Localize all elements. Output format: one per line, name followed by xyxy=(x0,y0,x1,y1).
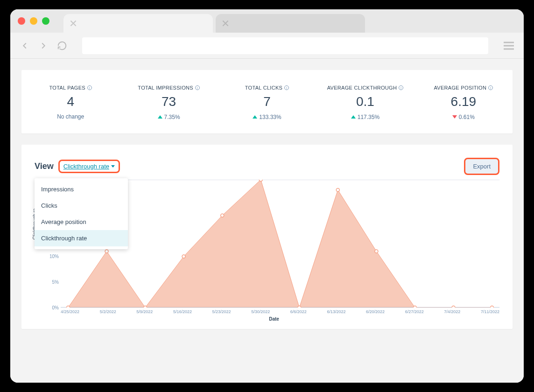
x-tick: 5/16/2022 xyxy=(173,309,192,314)
metric-delta: 0.61% xyxy=(452,114,475,120)
metric-label: TOTAL CLICKSi xyxy=(245,85,289,91)
svg-point-8 xyxy=(336,188,339,191)
metric-delta: 7.35% xyxy=(158,114,180,120)
chart-panel: View Clickthrough rate Impressions Click… xyxy=(21,145,513,329)
browser-window: TOTAL PAGESi 4 No change TOTAL IMPRESSIO… xyxy=(10,9,524,383)
view-dropdown-value: Clickthrough rate xyxy=(63,163,109,170)
metric-label: AVERAGE CLICKTHROUGHi xyxy=(327,85,403,91)
svg-point-4 xyxy=(182,255,185,258)
x-tick: 5/2/2022 xyxy=(100,309,116,314)
svg-point-5 xyxy=(221,214,224,217)
svg-point-9 xyxy=(375,250,378,253)
svg-point-12 xyxy=(491,306,494,308)
window-minimize-icon[interactable] xyxy=(30,17,37,25)
metric-total-clicks: TOTAL CLICKSi 7 133.33% xyxy=(218,83,316,120)
metrics-summary: TOTAL PAGESi 4 No change TOTAL IMPRESSIO… xyxy=(21,70,513,133)
x-tick: 6/27/2022 xyxy=(405,309,424,314)
tabs xyxy=(63,9,365,33)
traffic-lights xyxy=(18,17,49,25)
metric-avg-clickthrough: AVERAGE CLICKTHROUGHi 0.1 117.35% xyxy=(316,83,414,120)
info-icon[interactable]: i xyxy=(87,85,92,90)
view-selector-wrap: View Clickthrough rate Impressions Click… xyxy=(35,160,120,173)
metric-delta: No change xyxy=(57,113,84,120)
x-tick: 6/6/2022 xyxy=(290,309,307,314)
metric-delta: 117.35% xyxy=(351,114,379,120)
metric-total-impressions: TOTAL IMPRESSIONSi 73 7.35% xyxy=(119,83,218,120)
metric-label: AVERAGE POSITIONi xyxy=(434,85,493,91)
svg-point-1 xyxy=(67,306,70,308)
dropdown-item-impressions[interactable]: Impressions xyxy=(35,181,128,197)
svg-point-2 xyxy=(105,250,108,253)
page-content: TOTAL PAGESi 4 No change TOTAL IMPRESSIO… xyxy=(10,59,524,383)
dropdown-item-clickthrough-rate[interactable]: Clickthrough rate xyxy=(35,230,128,246)
window-zoom-icon[interactable] xyxy=(42,17,49,25)
url-input[interactable] xyxy=(82,37,488,54)
x-tick: 6/13/2022 xyxy=(327,309,345,314)
triangle-up-icon xyxy=(351,115,356,119)
window-close-icon[interactable] xyxy=(18,17,25,25)
view-dropdown-menu: Impressions Clicks Average position Clic… xyxy=(35,178,128,249)
dropdown-item-average-position[interactable]: Average position xyxy=(35,214,128,230)
y-tick: 5% xyxy=(46,280,59,285)
browser-tab-active[interactable] xyxy=(63,14,213,33)
metric-avg-position: AVERAGE POSITIONi 6.19 0.61% xyxy=(415,83,513,120)
metric-label: TOTAL IMPRESSIONSi xyxy=(138,85,200,91)
metric-value: 6.19 xyxy=(415,94,513,109)
info-icon[interactable]: i xyxy=(399,85,403,90)
nav-bar xyxy=(10,33,524,59)
x-axis-ticks: 4/25/20225/2/20225/9/20225/16/20225/23/2… xyxy=(61,309,499,314)
svg-point-3 xyxy=(144,306,147,308)
x-tick: 5/23/2022 xyxy=(212,309,231,314)
forward-icon[interactable] xyxy=(38,41,49,51)
info-icon[interactable]: i xyxy=(284,85,289,90)
svg-point-10 xyxy=(413,306,416,308)
export-button[interactable]: Export xyxy=(464,158,499,175)
browser-tab-inactive[interactable] xyxy=(216,14,365,33)
x-tick: 5/30/2022 xyxy=(251,309,270,314)
chevron-down-icon xyxy=(111,165,115,168)
metric-value: 7 xyxy=(218,94,316,109)
x-tick: 5/9/2022 xyxy=(136,309,153,314)
y-tick: 0% xyxy=(46,305,59,310)
metric-value: 4 xyxy=(21,94,119,109)
x-tick: 6/20/2022 xyxy=(366,309,385,314)
close-icon[interactable] xyxy=(70,20,77,27)
triangle-down-icon xyxy=(452,115,457,119)
triangle-up-icon xyxy=(253,115,257,119)
metric-label: TOTAL PAGESi xyxy=(49,85,91,91)
metric-total-pages: TOTAL PAGESi 4 No change xyxy=(21,83,119,120)
back-icon[interactable] xyxy=(20,41,30,51)
svg-point-11 xyxy=(452,306,455,308)
close-icon[interactable] xyxy=(222,20,229,27)
info-icon[interactable]: i xyxy=(195,85,200,90)
x-tick: 7/4/2022 xyxy=(444,309,460,314)
chart-header: View Clickthrough rate Impressions Click… xyxy=(35,158,499,175)
x-axis-label: Date xyxy=(269,316,279,322)
x-tick: 7/11/2022 xyxy=(481,309,499,314)
reload-icon[interactable] xyxy=(57,41,67,51)
metric-value: 73 xyxy=(119,94,218,109)
view-dropdown[interactable]: Clickthrough rate xyxy=(58,160,120,173)
tab-strip xyxy=(10,9,524,33)
svg-point-7 xyxy=(298,306,301,308)
dropdown-item-clicks[interactable]: Clicks xyxy=(35,197,128,214)
triangle-up-icon xyxy=(158,115,162,119)
x-tick: 4/25/2022 xyxy=(61,309,79,314)
info-icon[interactable]: i xyxy=(488,85,493,90)
metric-value: 0.1 xyxy=(316,94,414,109)
y-tick: 10% xyxy=(46,254,59,259)
svg-point-6 xyxy=(259,180,262,182)
menu-icon[interactable] xyxy=(503,42,514,50)
view-label: View xyxy=(35,161,54,171)
metric-delta: 133.33% xyxy=(253,114,281,120)
